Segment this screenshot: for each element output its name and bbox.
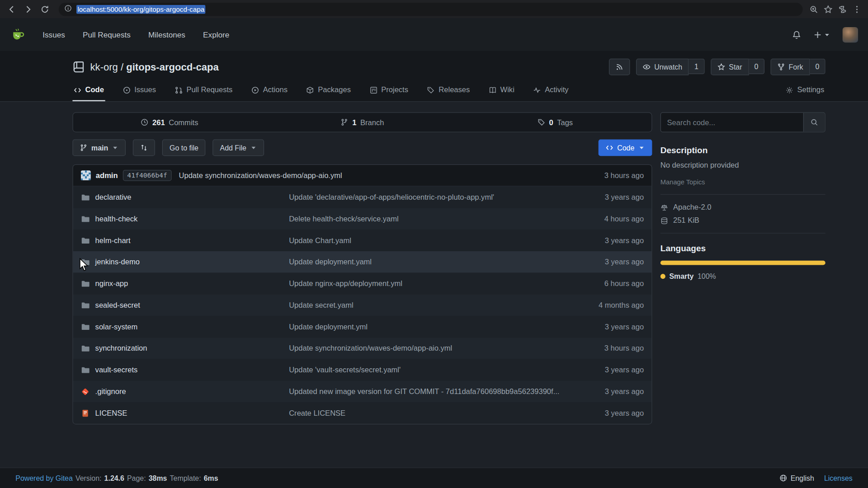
file-commit-message[interactable]: Update nginx-app/deployment.yml <box>289 279 577 287</box>
tab-issues[interactable]: Issues <box>122 82 157 101</box>
nav-item-issues[interactable]: Issues <box>42 30 65 39</box>
bookmark-star-icon[interactable] <box>824 5 833 14</box>
tab-pull-requests[interactable]: Pull Requests <box>174 82 234 101</box>
url-bar[interactable]: localhost:5000/kk-org/gitops-argocd-capa <box>59 3 803 16</box>
unwatch-button[interactable]: Unwatch <box>636 59 689 75</box>
file-commit-message[interactable]: Create LICENSE <box>289 409 577 417</box>
file-name[interactable]: nginx-app <box>95 279 289 287</box>
browser-menu-icon[interactable] <box>853 5 862 14</box>
star-button[interactable]: Star <box>711 59 749 75</box>
commit-hash[interactable]: 41f4066b4f <box>123 170 172 181</box>
tab-actions[interactable]: Actions <box>250 82 289 101</box>
language-bar[interactable] <box>660 261 826 265</box>
file-commit-time: 3 years ago <box>577 258 644 266</box>
url-text[interactable]: localhost:5000/kk-org/gitops-argocd-capa <box>76 5 206 14</box>
nav-item-explore[interactable]: Explore <box>203 30 229 39</box>
zoom-icon[interactable] <box>809 5 818 14</box>
file-commit-message[interactable]: Update Chart.yaml <box>289 236 577 244</box>
file-commit-message[interactable]: Update deployment.yml <box>289 323 577 331</box>
tab-activity[interactable]: Activity <box>532 82 570 101</box>
file-name[interactable]: jenkins-demo <box>95 258 289 266</box>
user-avatar[interactable] <box>843 27 858 42</box>
tab-releases[interactable]: Releases <box>426 82 471 101</box>
tab-packages[interactable]: Packages <box>305 82 352 101</box>
tab-code[interactable]: Code <box>72 82 105 101</box>
commit-author-avatar[interactable] <box>81 170 91 180</box>
folder-icon <box>81 258 90 267</box>
page-label: Page: <box>127 474 146 482</box>
tab-projects[interactable]: Projects <box>368 82 409 101</box>
repo-icon <box>72 61 85 73</box>
file-commit-message[interactable]: Delete health-check/service.yaml <box>289 215 577 223</box>
manage-topics-link[interactable]: Manage Topics <box>660 178 826 186</box>
file-commit-message[interactable]: Update 'declarative/app-of-apps/heliocen… <box>289 193 577 201</box>
file-commit-message[interactable]: Update secret.yaml <box>289 301 577 309</box>
file-row[interactable]: helm-chart Update Chart.yaml 3 years ago <box>73 230 652 251</box>
file-commit-message[interactable]: Updated new image version for GIT COMMIT… <box>289 387 577 395</box>
file-name[interactable]: declarative <box>95 193 289 201</box>
star-count[interactable]: 0 <box>749 59 764 74</box>
file-row[interactable]: nginx-app Update nginx-app/deployment.ym… <box>73 273 652 295</box>
file-commit-message[interactable]: Update deployment.yaml <box>289 258 577 266</box>
nav-item-pull-requests[interactable]: Pull Requests <box>83 30 131 39</box>
code-download-button[interactable]: Code <box>599 140 652 156</box>
commits-stat[interactable]: 261Commits <box>73 118 266 126</box>
licenses-link[interactable]: Licenses <box>824 474 853 482</box>
file-name[interactable]: sealed-secret <box>95 301 289 309</box>
repo-breadcrumb[interactable]: kk-org / gitops-argocd-capa <box>90 61 219 73</box>
file-row[interactable]: solar-system Update deployment.yml 3 yea… <box>73 316 652 338</box>
file-row[interactable]: synchronization Update synchronization/w… <box>73 338 652 359</box>
file-row[interactable]: health-check Delete health-check/service… <box>73 208 652 230</box>
file-row[interactable]: vault-secrets Update 'vault-secrets/secr… <box>73 359 652 381</box>
file-row[interactable]: LICENSE Create LICENSE 3 years ago <box>73 402 652 424</box>
language-legend[interactable]: Smarty 100% <box>660 272 826 280</box>
tab-wiki[interactable]: Wiki <box>487 82 515 101</box>
go-to-file-button[interactable]: Go to file <box>162 140 206 156</box>
site-info-icon[interactable] <box>64 4 72 14</box>
file-commit-message[interactable]: Update synchronization/waves-demo/app-ai… <box>289 344 577 352</box>
branches-stat[interactable]: 1Branch <box>266 118 459 126</box>
file-commit-time: 3 years ago <box>577 387 644 395</box>
tab-settings[interactable]: Settings <box>784 82 825 101</box>
repo-name-link[interactable]: gitops-argocd-capa <box>126 61 219 72</box>
nav-item-milestones[interactable]: Milestones <box>148 30 185 39</box>
file-row[interactable]: .gitignore Updated new image version for… <box>73 380 652 402</box>
file-row[interactable]: declarative Update 'declarative/app-of-a… <box>73 187 652 208</box>
license-info[interactable]: Apache-2.0 <box>660 203 826 211</box>
file-name[interactable]: solar-system <box>95 323 289 331</box>
file-name[interactable]: synchronization <box>95 344 289 352</box>
commit-message[interactable]: Update synchronization/waves-demo/app-ai… <box>179 171 342 179</box>
watch-count[interactable]: 1 <box>689 59 705 74</box>
compare-button[interactable] <box>133 140 155 156</box>
fork-button[interactable]: Fork <box>770 59 810 75</box>
code-search-button[interactable] <box>803 113 825 132</box>
repo-owner-link[interactable]: kk-org <box>90 61 118 72</box>
file-commit-time: 6 hours ago <box>577 279 644 287</box>
add-file-button[interactable]: Add File <box>213 140 264 156</box>
rss-button[interactable] <box>609 59 630 75</box>
file-name[interactable]: helm-chart <box>95 236 289 244</box>
file-name[interactable]: LICENSE <box>95 409 289 417</box>
language-dot <box>660 274 665 279</box>
file-row[interactable]: jenkins-demo Update deployment.yaml 3 ye… <box>73 251 652 273</box>
code-search-input[interactable] <box>661 113 803 132</box>
branch-selector[interactable]: main <box>72 140 126 156</box>
fork-count[interactable]: 0 <box>810 59 826 74</box>
file-name[interactable]: vault-secrets <box>95 366 289 374</box>
file-row[interactable]: sealed-secret Update secret.yaml 4 month… <box>73 294 652 316</box>
file-commit-message[interactable]: Update 'vault-secrets/secret.yaml' <box>289 366 577 374</box>
file-commit-time: 4 months ago <box>577 301 644 309</box>
refresh-button[interactable] <box>38 2 52 16</box>
powered-by-link[interactable]: Powered by Gitea <box>15 474 73 482</box>
extensions-icon[interactable] <box>838 5 847 14</box>
forward-button[interactable] <box>21 2 36 16</box>
tags-stat[interactable]: 0Tags <box>459 118 652 126</box>
commit-author[interactable]: admin <box>96 171 118 179</box>
file-name[interactable]: health-check <box>95 215 289 223</box>
gitea-logo[interactable] <box>10 27 25 42</box>
language-selector[interactable]: English <box>779 474 814 482</box>
create-new-button[interactable] <box>813 30 830 39</box>
back-button[interactable] <box>5 2 19 16</box>
file-name[interactable]: .gitignore <box>95 387 289 395</box>
notifications-bell-icon[interactable] <box>792 30 801 39</box>
